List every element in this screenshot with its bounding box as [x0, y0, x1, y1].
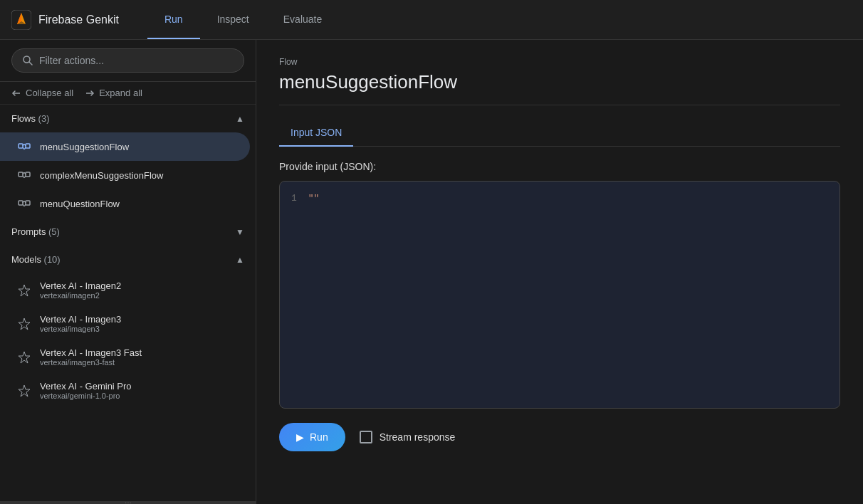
- flow-icon-3: [17, 196, 31, 211]
- prompts-chevron-icon: ▼: [236, 227, 244, 237]
- model-item-sub-4: vertexai/gemini-1.0-pro: [40, 392, 132, 400]
- actions-row: ▶ Run Stream response: [279, 423, 840, 451]
- collapse-row: Collapse all Expand all: [0, 82, 256, 105]
- model-item-label-4: Vertex AI - Gemini Pro: [40, 381, 132, 392]
- models-section-title: Models (10): [11, 254, 61, 265]
- models-chevron-icon: ▲: [236, 255, 244, 265]
- run-button[interactable]: ▶ Run: [279, 423, 345, 451]
- main-panel: Flow menuSuggestionFlow Input JSON Provi…: [256, 40, 863, 504]
- line-numbers: 1: [291, 193, 297, 397]
- svg-rect-10: [19, 172, 23, 177]
- tab-input-json[interactable]: Input JSON: [279, 120, 353, 147]
- panel-tabs-row: Input JSON: [279, 120, 840, 147]
- json-editor[interactable]: 1 "": [279, 181, 840, 409]
- prompts-section-header[interactable]: Prompts (5) ▼: [0, 218, 256, 246]
- prompts-section-title: Prompts (5): [11, 226, 60, 237]
- editor-string-value: "": [308, 193, 320, 204]
- brand: Firebase Genkit: [11, 10, 119, 30]
- flows-section-header[interactable]: Flows (3) ▲: [0, 105, 256, 132]
- run-button-label: Run: [310, 431, 328, 443]
- stream-response-checkbox[interactable]: [360, 431, 372, 443]
- search-box: [11, 48, 244, 73]
- model-item-sub-1: vertexai/imagen2: [40, 291, 121, 300]
- model-item-label-1: Vertex AI - Imagen2: [40, 280, 121, 291]
- search-icon: [22, 55, 33, 66]
- stream-response-label: Stream response: [380, 431, 456, 443]
- sidebar-resize-handle[interactable]: ⋯: [0, 501, 256, 504]
- tab-inspect[interactable]: Inspect: [200, 0, 266, 39]
- firebase-icon: [11, 10, 31, 30]
- sidebar-item-imagen2[interactable]: Vertex AI - Imagen2 vertexai/imagen2: [0, 273, 250, 307]
- sidebar-item-geminipro[interactable]: Vertex AI - Gemini Pro vertexai/gemini-1…: [0, 374, 250, 407]
- models-list: Vertex AI - Imagen2 vertexai/imagen2 Ver…: [0, 273, 256, 407]
- model-icon-1: [17, 283, 31, 298]
- svg-rect-13: [26, 201, 30, 205]
- sidebar-item-imagen3[interactable]: Vertex AI - Imagen3 vertexai/imagen3: [0, 307, 250, 340]
- search-container: [0, 40, 256, 82]
- sidebar-item-complexMenuSuggestionFlow[interactable]: complexMenuSuggestionFlow: [0, 161, 250, 189]
- title-divider: [279, 105, 840, 105]
- model-icon-2: [17, 317, 31, 331]
- expand-icon: [85, 88, 95, 98]
- svg-rect-9: [26, 144, 30, 148]
- model-item-sub-2: vertexai/imagen3: [40, 325, 121, 333]
- top-navigation: Firebase Genkit Run Inspect Evaluate: [0, 0, 863, 40]
- handle-dots: ⋯: [125, 499, 132, 505]
- flow-title: menuSuggestionFlow: [279, 71, 840, 93]
- flow-item-label-3: menuQuestionFlow: [40, 199, 120, 209]
- flow-icon-2: [17, 168, 31, 182]
- svg-line-5: [29, 62, 32, 65]
- model-icon-4: [17, 384, 31, 398]
- flow-icon: [17, 140, 31, 154]
- model-item-label-3: Vertex AI - Imagen3 Fast: [40, 347, 142, 358]
- main-content: Collapse all Expand all Flows (3) ▲: [0, 40, 863, 504]
- expand-all-button[interactable]: Expand all: [85, 88, 142, 98]
- flow-item-label-2: complexMenuSuggestionFlow: [40, 170, 163, 181]
- model-icon-3: [17, 350, 31, 364]
- model-item-sub-3: vertexai/imagen3-fast: [40, 358, 142, 367]
- editor-content[interactable]: "": [308, 193, 828, 397]
- stream-response-toggle[interactable]: Stream response: [360, 431, 456, 443]
- sidebar-item-menuSuggestionFlow[interactable]: menuSuggestionFlow: [0, 132, 250, 161]
- flow-item-label: menuSuggestionFlow: [40, 142, 129, 152]
- models-section-header[interactable]: Models (10) ▲: [0, 246, 256, 273]
- brand-label: Firebase Genkit: [38, 14, 119, 26]
- flows-list: menuSuggestionFlow complexMenuSuggestion…: [0, 132, 256, 218]
- collapse-all-label: Collapse all: [26, 88, 73, 98]
- tab-run[interactable]: Run: [147, 0, 200, 39]
- sidebar-item-imagen3fast[interactable]: Vertex AI - Imagen3 Fast vertexai/imagen…: [0, 340, 250, 374]
- sidebar-item-menuQuestionFlow[interactable]: menuQuestionFlow: [0, 189, 250, 218]
- flows-chevron-icon: ▲: [236, 114, 244, 124]
- provide-input-label: Provide input (JSON):: [279, 161, 840, 172]
- collapse-all-button[interactable]: Collapse all: [11, 88, 73, 98]
- sidebar: Collapse all Expand all Flows (3) ▲: [0, 40, 256, 504]
- svg-rect-12: [19, 201, 23, 205]
- model-item-label-2: Vertex AI - Imagen3: [40, 314, 121, 325]
- sidebar-scroll: Flows (3) ▲ menuSuggestionFlow: [0, 105, 256, 501]
- nav-tabs: Run Inspect Evaluate: [147, 0, 339, 39]
- search-input[interactable]: [39, 55, 234, 66]
- svg-rect-11: [26, 172, 30, 177]
- tab-evaluate[interactable]: Evaluate: [266, 0, 339, 39]
- collapse-icon: [11, 88, 21, 98]
- svg-rect-8: [19, 144, 23, 148]
- expand-all-label: Expand all: [99, 88, 142, 98]
- flows-section-title: Flows (3): [11, 113, 49, 124]
- play-icon: ▶: [296, 431, 304, 443]
- flow-breadcrumb: Flow: [279, 57, 840, 67]
